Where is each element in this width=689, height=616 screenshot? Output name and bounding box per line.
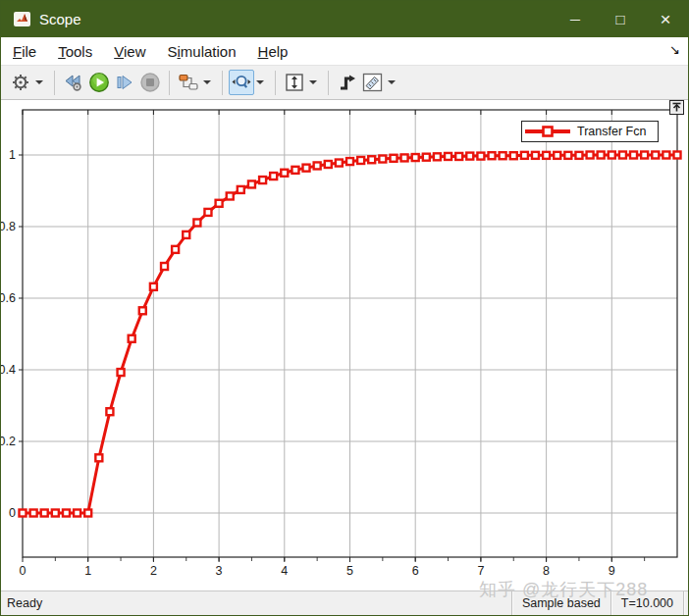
data-marker: [139, 307, 146, 314]
settings-dropdown-caret[interactable]: [35, 80, 43, 84]
data-marker: [238, 186, 244, 193]
menu-help[interactable]: Help: [248, 39, 298, 64]
data-marker: [292, 167, 298, 174]
data-marker: [510, 152, 517, 159]
data-marker: [554, 152, 560, 159]
zoom-dropdown-caret[interactable]: [256, 80, 264, 84]
dock-arrow-icon: [671, 102, 682, 113]
data-marker: [106, 408, 113, 415]
y-tick-label: 1: [9, 148, 16, 162]
y-tick-label: 0.4: [1, 363, 16, 377]
x-tick-label: 6: [412, 564, 419, 578]
x-tick-label: 3: [216, 564, 223, 578]
data-marker: [674, 152, 681, 159]
y-tick-label: 0.2: [1, 435, 16, 448]
data-marker: [129, 335, 135, 342]
y-tick-label: 0.8: [1, 220, 16, 233]
fit-dropdown-caret[interactable]: [309, 80, 317, 84]
settings-button[interactable]: [8, 70, 33, 95]
stepping-options-button[interactable]: [61, 70, 86, 95]
x-tick-label: 0: [20, 564, 26, 578]
data-marker: [95, 454, 102, 461]
window-controls: ─ □ ×: [553, 1, 688, 37]
stop-button[interactable]: [137, 70, 163, 95]
cursor-measurements-button[interactable]: [360, 70, 386, 95]
toolbar-separator: [54, 71, 55, 95]
data-marker: [193, 219, 200, 226]
data-marker: [74, 510, 80, 517]
toolbar: [1, 65, 688, 100]
menu-simulation[interactable]: Simulation: [157, 39, 245, 64]
data-marker: [532, 152, 539, 159]
data-marker: [52, 510, 59, 517]
menu-overflow-icon[interactable]: ↘: [669, 42, 680, 57]
plot-canvas[interactable]: 012345678900.20.40.60.81 Transfer Fcn: [1, 100, 688, 590]
data-marker: [619, 152, 626, 159]
step-forward-button[interactable]: [112, 70, 137, 95]
menu-bar: File Tools View Simulation Help ↘: [1, 37, 688, 65]
toolbar-separator: [169, 71, 170, 95]
status-sample-mode: Sample based: [512, 591, 610, 615]
data-marker: [303, 165, 310, 172]
run-icon: [88, 72, 110, 93]
toolbar-separator: [275, 71, 276, 95]
legend[interactable]: Transfer Fcn: [521, 121, 659, 142]
data-marker: [172, 246, 179, 253]
fit-to-view-button[interactable]: [282, 70, 307, 95]
x-tick-label: 4: [281, 564, 288, 578]
data-marker: [609, 152, 615, 159]
data-marker: [521, 152, 528, 159]
data-marker: [455, 153, 462, 160]
data-marker: [270, 173, 277, 180]
trigger-button[interactable]: [335, 70, 360, 95]
data-marker: [118, 369, 125, 376]
x-tick-label: 8: [543, 564, 550, 578]
data-marker: [662, 152, 669, 159]
data-marker: [630, 152, 637, 159]
data-marker: [248, 180, 255, 187]
status-bar: Ready Sample based T=10.000: [1, 590, 688, 615]
gear-icon: [11, 73, 30, 92]
close-button[interactable]: ×: [643, 1, 688, 37]
ruler-icon: [362, 73, 384, 92]
scope-window: Scope ─ □ × File Tools View Simulation H…: [0, 0, 689, 616]
data-marker: [401, 154, 408, 161]
x-tick-label: 5: [346, 564, 353, 578]
stop-icon: [139, 72, 161, 93]
minimize-button[interactable]: ─: [553, 1, 598, 37]
data-marker: [466, 153, 473, 160]
trigger-icon: [337, 73, 358, 92]
data-marker: [336, 160, 343, 167]
data-marker: [204, 209, 211, 216]
maximize-button[interactable]: □: [598, 1, 643, 37]
data-marker: [314, 162, 321, 169]
status-ready: Ready: [1, 596, 511, 610]
dock-scope-button[interactable]: [669, 100, 684, 115]
menu-file[interactable]: File: [3, 39, 46, 64]
data-marker: [434, 153, 441, 160]
data-marker: [477, 153, 484, 160]
data-marker: [543, 152, 550, 159]
highlight-block-button[interactable]: [176, 70, 201, 95]
zoom-button[interactable]: [229, 70, 254, 95]
data-marker: [500, 152, 506, 159]
legend-line-sample: [522, 124, 573, 139]
data-marker: [281, 170, 288, 177]
data-marker: [587, 152, 594, 159]
measurements-dropdown-caret[interactable]: [388, 80, 396, 84]
menu-view[interactable]: View: [104, 39, 155, 64]
highlight-dropdown-caret[interactable]: [203, 80, 211, 84]
data-marker: [575, 152, 582, 159]
menu-tools[interactable]: Tools: [48, 39, 102, 64]
data-marker: [423, 154, 430, 161]
data-marker: [183, 231, 189, 238]
scope-plot[interactable]: 012345678900.20.40.60.81: [1, 100, 688, 590]
data-marker: [346, 158, 353, 165]
data-marker: [357, 157, 364, 164]
data-marker: [63, 510, 70, 517]
data-marker: [30, 510, 37, 517]
title-bar: Scope ─ □ ×: [1, 1, 688, 37]
run-button[interactable]: [86, 70, 112, 95]
data-marker: [641, 152, 648, 159]
simulink-blocks-icon: [178, 73, 199, 92]
